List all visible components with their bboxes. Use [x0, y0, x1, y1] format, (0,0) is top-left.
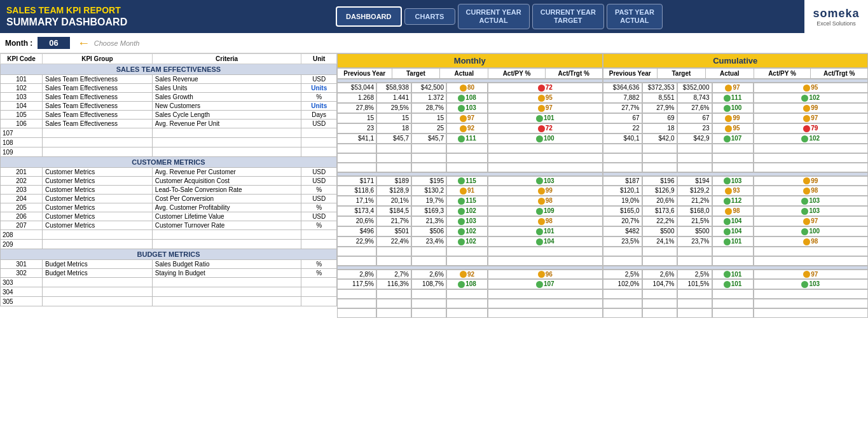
list-item: 27,8% 29,5% 28,7% 103 97 27,7% 27,9% 27,…: [337, 103, 868, 113]
table-row: 103 Sales Team Effectiveness Sales Growt…: [1, 93, 337, 102]
monthly-subheader-table: Previous Year Target Actual Act/PY % Act…: [337, 68, 603, 79]
nav-past-year-actual[interactable]: PAST YEARACTUAL: [607, 4, 663, 29]
month-value: 06: [38, 37, 69, 49]
list-item: [337, 289, 868, 299]
header: SALES TEAM KPI REPORT SUMMARY DASHBOARD …: [0, 0, 868, 33]
table-row: 108: [1, 138, 337, 147]
list-item: [337, 256, 868, 266]
th-acttrgt-c: Act/Trgt %: [811, 69, 868, 79]
cumulative-subheader-table: Previous Year Target Actual Act/PY % Act…: [603, 68, 869, 79]
table-row: 203 Customer Metrics Lead-To-Sale Conver…: [1, 186, 337, 195]
kpi-info-table: KPI Code KPI Group Criteria Unit SALES T…: [0, 53, 337, 306]
logo-name: someka: [813, 7, 859, 20]
report-subtitle: SUMMARY DASHBOARD: [6, 17, 324, 28]
th-acttrgt-m: Act/Trgt %: [545, 69, 602, 79]
th-prev-year-c: Previous Year: [603, 69, 658, 79]
list-item: $53,044 $58,938 $42,500 80 72 $364,636 $…: [337, 83, 868, 93]
month-label: Month :: [5, 39, 32, 48]
nav-current-year-actual[interactable]: CURRENT YEARACTUAL: [458, 4, 530, 29]
table-row: 304: [1, 287, 337, 297]
section-header-row: CUSTOMER METRICS: [1, 157, 337, 168]
list-item: [337, 308, 868, 318]
table-row: 104 Sales Team Effectiveness New Custome…: [1, 102, 337, 111]
nav-charts[interactable]: CHARTS: [404, 8, 455, 25]
th-kpi-group: KPI Group: [42, 54, 152, 64]
table-row: 202 Customer Metrics Customer Acquisitio…: [1, 177, 337, 186]
list-item: [337, 144, 868, 153]
list-item: 117,5% 116,3% 108,7% 108 107 102,0% 104,…: [337, 279, 868, 289]
th-target-m: Target: [392, 69, 440, 79]
list-item: $171 $189 $195 115 103 $187 $196 $194 10…: [337, 176, 868, 186]
table-row: 102 Sales Team Effectiveness Sales Units…: [1, 84, 337, 93]
th-target-c: Target: [658, 69, 706, 79]
tables-row: KPI Code KPI Group Criteria Unit SALES T…: [0, 53, 868, 318]
th-actpy-m: Act/PY %: [488, 69, 546, 79]
arrow-icon: ←: [78, 36, 90, 50]
outer-wrapper: SALES TEAM KPI REPORT SUMMARY DASHBOARD …: [0, 0, 868, 318]
table-row: 101 Sales Team Effectiveness Sales Reven…: [1, 75, 337, 84]
th-actual-c: Actual: [705, 69, 754, 79]
th-prev-year-m: Previous Year: [338, 69, 392, 79]
list-item: [337, 163, 868, 172]
table-row: 201 Customer Metrics Avg. Revenue Per Cu…: [1, 168, 337, 177]
nav-current-year-target[interactable]: CURRENT YEARTARGET: [532, 4, 604, 29]
monthly-header: Monthly: [337, 53, 603, 68]
list-item: [337, 299, 868, 308]
th-actpy-c: Act/PY %: [754, 69, 811, 79]
data-body: $53,044 $58,938 $42,500 80 72 $364,636 $…: [337, 79, 868, 318]
cumulative-header: Cumulative: [603, 53, 869, 68]
table-row: 107: [1, 128, 337, 138]
th-kpi-criteria: Criteria: [152, 54, 301, 64]
list-item: 1.268 1.441 1.372 108 95 7,882 8,551 8,7…: [337, 93, 868, 103]
table-row: 302 Budget Metrics Staying In Budget %: [1, 269, 337, 278]
section-header-row: BUDGET METRICS: [1, 249, 337, 260]
list-item: $41,1 $45,7 $45,7 111 100 $40,1 $42,0 $4…: [337, 134, 868, 144]
table-row: 204 Customer Metrics Cost Per Conversion…: [1, 195, 337, 203]
logo-area: someka Excel Solutions: [804, 0, 868, 33]
nav-dashboard[interactable]: DASHBOARD: [336, 6, 402, 27]
table-row: 105 Sales Team Effectiveness Sales Cycle…: [1, 111, 337, 120]
table-row: 209: [1, 240, 337, 249]
th-actual-m: Actual: [440, 69, 488, 79]
th-kpi-code: KPI Code: [1, 54, 43, 64]
th-kpi-unit: Unit: [301, 54, 337, 64]
list-item: [337, 247, 868, 256]
table-row: 208: [1, 230, 337, 240]
list-item: 22,9% 22,4% 23,4% 102 104 23,5% 24,1% 23…: [337, 236, 868, 247]
choose-month-label: Choose Month: [94, 39, 140, 47]
table-row: 106 Sales Team Effectiveness Avg. Revenu…: [1, 120, 337, 128]
logo-tagline: Excel Solutions: [816, 20, 856, 27]
list-item: $496 $501 $506 102 101 $482 $500 $500 10…: [337, 226, 868, 236]
kpi-info-section: KPI Code KPI Group Criteria Unit SALES T…: [0, 53, 337, 306]
table-row: 207 Customer Metrics Customer Turnover R…: [1, 221, 337, 230]
data-subheaders-row: Previous Year Target Actual Act/PY % Act…: [337, 68, 868, 79]
list-item: 20,6% 21,7% 21,3% 103 98 20,7% 22,2% 21,…: [337, 216, 868, 226]
table-row: 205 Customer Metrics Avg. Customer Profi…: [1, 203, 337, 212]
list-item: 2,8% 2,7% 2,6% 92 96 2,5% 2,6% 2,5% 101 …: [337, 270, 868, 280]
header-nav: DASHBOARD CHARTS CURRENT YEARACTUAL CURR…: [331, 0, 804, 33]
table-row: 305: [1, 297, 337, 306]
list-item: 17,1% 20,1% 19,7% 115 98 19,0% 20,6% 21,…: [337, 196, 868, 206]
report-title: SALES TEAM KPI REPORT: [6, 5, 324, 15]
list-item: 15 15 15 97 101 67 69 67 99 97: [337, 113, 868, 123]
month-row: Month : 06 ← Choose Month: [0, 33, 868, 53]
list-item: 23 18 25 92 72 22 18 23 95 79: [337, 123, 868, 134]
list-item: $118,6 $128,9 $130,2 91 99 $120,1 $126,9…: [337, 186, 868, 196]
table-row: 303: [1, 278, 337, 287]
section-header-row: SALES TEAM EFFECTIVENESS: [1, 64, 337, 75]
table-row: 109: [1, 147, 337, 157]
table-row: 301 Budget Metrics Sales Budget Ratio %: [1, 260, 337, 269]
data-section: Monthly Cumulative Previous Year Target …: [337, 53, 868, 318]
list-item: [337, 153, 868, 163]
data-headers-row: Monthly Cumulative: [337, 53, 868, 68]
table-row: 206 Customer Metrics Customer Lifetime V…: [1, 212, 337, 221]
list-item: $173,4 $184,5 $169,3 102 109 $165,0 $173…: [337, 206, 868, 216]
header-left: SALES TEAM KPI REPORT SUMMARY DASHBOARD: [0, 0, 331, 33]
